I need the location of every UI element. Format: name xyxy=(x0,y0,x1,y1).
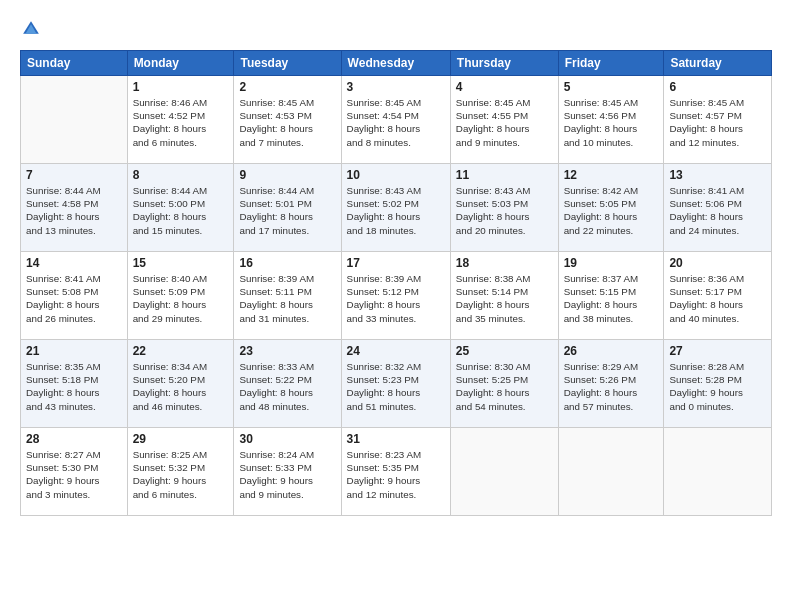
sunset-text: Sunset: 4:56 PM xyxy=(564,110,636,121)
day-info: Sunrise: 8:45 AMSunset: 4:54 PMDaylight:… xyxy=(347,96,445,149)
sunset-text: Sunset: 4:58 PM xyxy=(26,198,98,209)
daylight-text: Daylight: 8 hours xyxy=(347,123,421,134)
daylight-text-2: and 13 minutes. xyxy=(26,225,96,236)
day-info: Sunrise: 8:33 AMSunset: 5:22 PMDaylight:… xyxy=(239,360,335,413)
daylight-text: Daylight: 8 hours xyxy=(564,123,638,134)
calendar-day: 3Sunrise: 8:45 AMSunset: 4:54 PMDaylight… xyxy=(341,76,450,164)
calendar-table: SundayMondayTuesdayWednesdayThursdayFrid… xyxy=(20,50,772,516)
day-info: Sunrise: 8:45 AMSunset: 4:57 PMDaylight:… xyxy=(669,96,766,149)
calendar-day xyxy=(21,76,128,164)
daylight-text-2: and 54 minutes. xyxy=(456,401,526,412)
sunset-text: Sunset: 5:12 PM xyxy=(347,286,419,297)
day-info: Sunrise: 8:39 AMSunset: 5:12 PMDaylight:… xyxy=(347,272,445,325)
sunrise-text: Sunrise: 8:33 AM xyxy=(239,361,314,372)
sunset-text: Sunset: 5:32 PM xyxy=(133,462,205,473)
sunset-text: Sunset: 5:01 PM xyxy=(239,198,311,209)
daylight-text: Daylight: 8 hours xyxy=(347,387,421,398)
day-info: Sunrise: 8:40 AMSunset: 5:09 PMDaylight:… xyxy=(133,272,229,325)
header-saturday: Saturday xyxy=(664,51,772,76)
day-number: 13 xyxy=(669,168,766,182)
day-number: 4 xyxy=(456,80,553,94)
calendar-day: 19Sunrise: 8:37 AMSunset: 5:15 PMDayligh… xyxy=(558,252,664,340)
day-info: Sunrise: 8:27 AMSunset: 5:30 PMDaylight:… xyxy=(26,448,122,501)
day-number: 21 xyxy=(26,344,122,358)
sunset-text: Sunset: 4:54 PM xyxy=(347,110,419,121)
day-info: Sunrise: 8:43 AMSunset: 5:02 PMDaylight:… xyxy=(347,184,445,237)
sunset-text: Sunset: 5:14 PM xyxy=(456,286,528,297)
calendar-day: 6Sunrise: 8:45 AMSunset: 4:57 PMDaylight… xyxy=(664,76,772,164)
sunset-text: Sunset: 4:57 PM xyxy=(669,110,741,121)
daylight-text-2: and 10 minutes. xyxy=(564,137,634,148)
day-info: Sunrise: 8:24 AMSunset: 5:33 PMDaylight:… xyxy=(239,448,335,501)
day-number: 29 xyxy=(133,432,229,446)
sunrise-text: Sunrise: 8:39 AM xyxy=(347,273,422,284)
sunset-text: Sunset: 5:22 PM xyxy=(239,374,311,385)
day-number: 26 xyxy=(564,344,659,358)
sunset-text: Sunset: 5:28 PM xyxy=(669,374,741,385)
sunset-text: Sunset: 5:00 PM xyxy=(133,198,205,209)
daylight-text-2: and 43 minutes. xyxy=(26,401,96,412)
day-info: Sunrise: 8:36 AMSunset: 5:17 PMDaylight:… xyxy=(669,272,766,325)
sunset-text: Sunset: 5:30 PM xyxy=(26,462,98,473)
calendar-day: 24Sunrise: 8:32 AMSunset: 5:23 PMDayligh… xyxy=(341,340,450,428)
daylight-text: Daylight: 8 hours xyxy=(456,387,530,398)
sunrise-text: Sunrise: 8:41 AM xyxy=(26,273,101,284)
day-info: Sunrise: 8:42 AMSunset: 5:05 PMDaylight:… xyxy=(564,184,659,237)
sunrise-text: Sunrise: 8:45 AM xyxy=(456,97,531,108)
day-info: Sunrise: 8:28 AMSunset: 5:28 PMDaylight:… xyxy=(669,360,766,413)
day-info: Sunrise: 8:45 AMSunset: 4:56 PMDaylight:… xyxy=(564,96,659,149)
calendar-day: 12Sunrise: 8:42 AMSunset: 5:05 PMDayligh… xyxy=(558,164,664,252)
day-info: Sunrise: 8:44 AMSunset: 5:00 PMDaylight:… xyxy=(133,184,229,237)
sunrise-text: Sunrise: 8:34 AM xyxy=(133,361,208,372)
day-number: 19 xyxy=(564,256,659,270)
sunset-text: Sunset: 5:33 PM xyxy=(239,462,311,473)
calendar-day: 26Sunrise: 8:29 AMSunset: 5:26 PMDayligh… xyxy=(558,340,664,428)
day-info: Sunrise: 8:39 AMSunset: 5:11 PMDaylight:… xyxy=(239,272,335,325)
day-info: Sunrise: 8:25 AMSunset: 5:32 PMDaylight:… xyxy=(133,448,229,501)
calendar-day: 4Sunrise: 8:45 AMSunset: 4:55 PMDaylight… xyxy=(450,76,558,164)
daylight-text-2: and 0 minutes. xyxy=(669,401,733,412)
sunrise-text: Sunrise: 8:43 AM xyxy=(456,185,531,196)
header-friday: Friday xyxy=(558,51,664,76)
calendar-day: 29Sunrise: 8:25 AMSunset: 5:32 PMDayligh… xyxy=(127,428,234,516)
sunrise-text: Sunrise: 8:24 AM xyxy=(239,449,314,460)
sunset-text: Sunset: 5:09 PM xyxy=(133,286,205,297)
day-info: Sunrise: 8:29 AMSunset: 5:26 PMDaylight:… xyxy=(564,360,659,413)
day-info: Sunrise: 8:37 AMSunset: 5:15 PMDaylight:… xyxy=(564,272,659,325)
sunset-text: Sunset: 5:35 PM xyxy=(347,462,419,473)
sunset-text: Sunset: 5:25 PM xyxy=(456,374,528,385)
daylight-text-2: and 35 minutes. xyxy=(456,313,526,324)
day-number: 8 xyxy=(133,168,229,182)
daylight-text: Daylight: 9 hours xyxy=(347,475,421,486)
day-number: 2 xyxy=(239,80,335,94)
calendar-day: 22Sunrise: 8:34 AMSunset: 5:20 PMDayligh… xyxy=(127,340,234,428)
calendar-day: 13Sunrise: 8:41 AMSunset: 5:06 PMDayligh… xyxy=(664,164,772,252)
calendar-day xyxy=(450,428,558,516)
day-number: 25 xyxy=(456,344,553,358)
daylight-text: Daylight: 8 hours xyxy=(669,299,743,310)
day-number: 23 xyxy=(239,344,335,358)
day-number: 7 xyxy=(26,168,122,182)
day-info: Sunrise: 8:30 AMSunset: 5:25 PMDaylight:… xyxy=(456,360,553,413)
calendar-day: 27Sunrise: 8:28 AMSunset: 5:28 PMDayligh… xyxy=(664,340,772,428)
daylight-text: Daylight: 8 hours xyxy=(669,211,743,222)
header-wednesday: Wednesday xyxy=(341,51,450,76)
sunrise-text: Sunrise: 8:35 AM xyxy=(26,361,101,372)
daylight-text: Daylight: 8 hours xyxy=(239,211,313,222)
daylight-text: Daylight: 8 hours xyxy=(133,211,207,222)
day-number: 22 xyxy=(133,344,229,358)
day-number: 17 xyxy=(347,256,445,270)
day-number: 14 xyxy=(26,256,122,270)
sunset-text: Sunset: 5:26 PM xyxy=(564,374,636,385)
daylight-text: Daylight: 8 hours xyxy=(239,123,313,134)
day-number: 20 xyxy=(669,256,766,270)
daylight-text: Daylight: 8 hours xyxy=(133,123,207,134)
sunrise-text: Sunrise: 8:44 AM xyxy=(133,185,208,196)
day-number: 27 xyxy=(669,344,766,358)
header xyxy=(20,18,772,40)
sunset-text: Sunset: 5:18 PM xyxy=(26,374,98,385)
daylight-text: Daylight: 8 hours xyxy=(347,211,421,222)
day-number: 30 xyxy=(239,432,335,446)
calendar-day: 1Sunrise: 8:46 AMSunset: 4:52 PMDaylight… xyxy=(127,76,234,164)
calendar-day: 2Sunrise: 8:45 AMSunset: 4:53 PMDaylight… xyxy=(234,76,341,164)
